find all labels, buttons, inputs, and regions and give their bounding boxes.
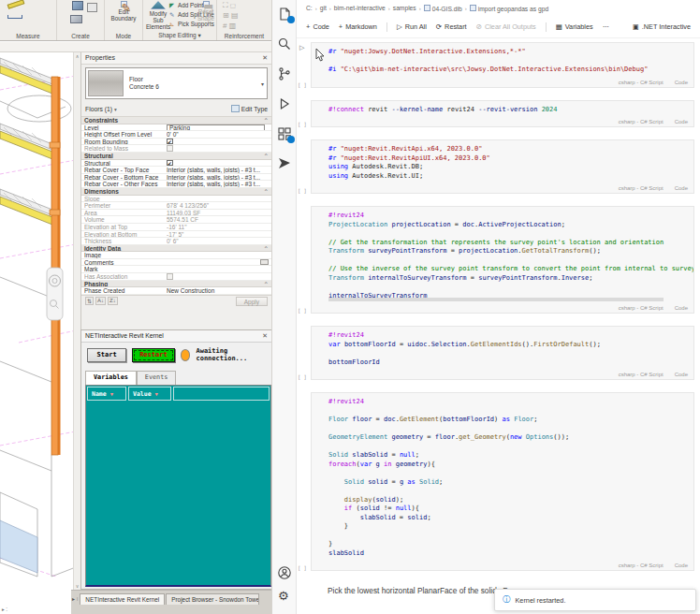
checkbox[interactable]: ✔ <box>167 139 173 145</box>
cell-mode[interactable]: Code <box>675 372 688 377</box>
ellipsis-button[interactable] <box>260 259 269 266</box>
restart-button[interactable]: Restart <box>132 348 174 362</box>
section-collapse-icon[interactable]: ⌃ <box>264 117 269 124</box>
column-header-value[interactable]: Value▼ <box>128 387 171 401</box>
extensions-icon[interactable] <box>277 126 292 141</box>
section-collapse-icon[interactable]: ⌃ <box>264 153 269 159</box>
cell-mode[interactable]: Code <box>675 563 688 568</box>
code-button[interactable]: +Code <box>306 22 329 31</box>
property-value[interactable]: Interior (slabs, walls, joists) - #3 t..… <box>167 167 269 173</box>
property-value[interactable]: Interior (slabs, walls, joists) - #3 t..… <box>167 181 269 187</box>
markdown-button[interactable]: +Markdown <box>339 22 377 31</box>
column-header-name[interactable]: Name▼ <box>87 387 126 401</box>
property-value[interactable]: ✔ <box>167 139 269 145</box>
scroll-up-icon[interactable]: ∧ <box>74 53 80 59</box>
source-control-icon[interactable] <box>277 66 292 81</box>
cell-editor[interactable]: #!revit24var bottomFloorId = uidoc.Selec… <box>311 326 694 380</box>
view-vertical-scrollbar[interactable]: ∧∨ <box>73 52 80 590</box>
prop-section-header[interactable]: Constraints⌃ <box>81 117 271 124</box>
modify-sub-elements-button[interactable]: Modify Sub Elements <box>144 1 172 31</box>
cell-mode[interactable]: Code <box>675 80 688 85</box>
cell-mode[interactable]: Code <box>675 305 688 311</box>
cell-language[interactable]: csharp - C# Script <box>619 119 664 124</box>
search-icon[interactable] <box>277 37 292 51</box>
scroll-down-icon[interactable]: ∨ <box>74 583 80 589</box>
breadcrumb-item[interactable]: import geopandas as gpd <box>470 5 548 12</box>
create-solid-icon[interactable] <box>72 1 83 10</box>
breadcrumb-item[interactable]: git <box>320 5 327 11</box>
level-input[interactable]: Parking <box>167 124 265 131</box>
close-icon[interactable]: ✕ <box>262 332 268 340</box>
cell-editor[interactable]: #r "nuget:Jowsy.DotNet.Interactive.Exten… <box>311 42 694 88</box>
cell-hscrollbar[interactable] <box>328 298 664 301</box>
property-value: 11149.03 SF <box>167 210 269 216</box>
type-selector[interactable]: Floor Concrete 6 ▾ <box>85 67 268 99</box>
cell-language[interactable]: csharp - C# Script <box>619 305 664 311</box>
start-button[interactable]: Start <box>87 348 126 362</box>
revit-3d-view[interactable]: ▸ ⁚ <box>0 52 80 614</box>
ruler-icon[interactable] <box>7 0 25 9</box>
sort-icons[interactable]: ⇅A↓Z↓ <box>85 297 118 305</box>
tab-project-browser[interactable]: Project Browser - Snowdon Towers... <box>166 593 259 605</box>
tab-netinteractive-kernel[interactable]: NETInteractive Revit Kernel <box>80 593 165 605</box>
prop-section-header[interactable]: Structural⌃ <box>81 153 271 160</box>
prop-section-header[interactable]: Identity Data⌃ <box>81 245 271 253</box>
cell-language[interactable]: csharp - C# Script <box>619 80 664 85</box>
cell-editor[interactable]: #r "nuget:Revit.RevitApi.x64, 2023.0.0"#… <box>311 139 694 194</box>
cell-language[interactable]: csharp - C# Script <box>619 185 664 191</box>
restart-button[interactable]: ⟳Restart <box>436 22 467 31</box>
breadcrumb-item[interactable]: C: <box>306 5 313 11</box>
property-value[interactable]: New Construction <box>167 287 269 294</box>
view-hscroll-arrows[interactable]: ▸ ⁚ <box>2 607 7 612</box>
chevron-down-icon[interactable]: ▾ <box>261 80 264 87</box>
filter-icon[interactable]: ▼ <box>110 391 113 397</box>
section-collapse-icon[interactable]: ⌃ <box>264 281 269 287</box>
prop-section-header[interactable]: Dimensions⌃ <box>81 188 271 196</box>
tab-events[interactable]: Events <box>137 371 177 385</box>
property-value[interactable] <box>167 252 269 258</box>
property-value[interactable]: Interior (slabs, walls, joists) - #3 t..… <box>167 174 269 181</box>
account-icon[interactable] <box>277 565 292 580</box>
cell-mode[interactable]: Code <box>675 185 688 191</box>
filter-icon[interactable]: ▼ <box>155 391 158 397</box>
close-icon[interactable]: ✕ <box>262 54 268 62</box>
create-set-icon[interactable] <box>87 3 97 12</box>
tab-variables[interactable]: Variables <box>85 371 137 385</box>
property-value[interactable]: 0' 0" <box>167 131 269 138</box>
run-all-button[interactable]: ▷Run All <box>397 22 427 31</box>
settings-gear-icon[interactable]: ⚙ <box>278 590 293 605</box>
cell-language[interactable]: csharp - C# Script <box>619 372 664 377</box>
polyglot-send-icon[interactable] <box>277 156 292 171</box>
property-value[interactable]: Parking <box>167 124 269 131</box>
breadcrumb-item[interactable]: 04-GIS.dib <box>424 5 462 12</box>
property-value[interactable] <box>167 259 269 266</box>
cell-editor[interactable]: #!connect revit --kernel-name revit24 --… <box>311 100 694 128</box>
cell-editor[interactable]: #!revit24ProjectLocation projectLocation… <box>311 206 694 314</box>
toast-notification[interactable]: ⓘ Kernel restarted. <box>494 589 696 611</box>
explorer-icon[interactable] <box>277 7 292 22</box>
⋯-button[interactable]: ⋯ <box>603 22 609 31</box>
checkbox[interactable]: ✔ <box>167 160 173 167</box>
variables-button[interactable]: ▦Variables <box>556 22 593 31</box>
section-collapse-icon[interactable]: ⌃ <box>264 188 269 195</box>
create-form-icon[interactable] <box>70 15 82 23</box>
property-value[interactable] <box>167 266 269 272</box>
cell-language[interactable]: csharp - C# Script <box>619 563 664 568</box>
breadcrumb-item[interactable]: samples <box>393 5 416 11</box>
filter-select[interactable]: Floors (1) ▾ <box>85 106 117 112</box>
tab-scroll-arrows[interactable]: ▸ ⁞ <box>71 593 80 602</box>
edit-type-button[interactable]: Edit Type <box>231 105 268 112</box>
cell-editor[interactable]: #!revit24 Floor floor = doc.GetElement(b… <box>311 392 694 571</box>
prop-section-header[interactable]: Phasing⌃ <box>81 281 271 288</box>
run-cell-icon[interactable]: ▷ <box>299 44 304 51</box>
property-label: Related to Mass <box>84 145 167 152</box>
property-value[interactable]: ✔ <box>167 160 269 167</box>
section-collapse-icon[interactable]: ⌃ <box>264 245 269 252</box>
edit-boundary-button[interactable]: ✎ Edit Boundary <box>107 1 140 22</box>
breadcrumb-item[interactable]: bim-net-interactive <box>334 5 386 11</box>
run-debug-icon[interactable] <box>277 96 292 111</box>
net-interactive-indicator[interactable]: ▣.NET Interactive <box>633 22 691 31</box>
cell-mode[interactable]: Code <box>675 119 688 124</box>
apply-button[interactable]: Apply <box>236 297 268 306</box>
dimension-icon[interactable] <box>7 15 22 19</box>
